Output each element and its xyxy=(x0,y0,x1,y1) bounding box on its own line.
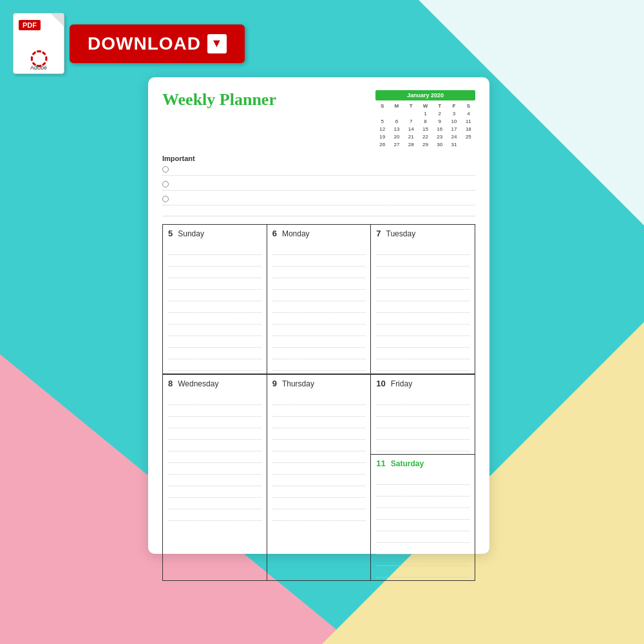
line xyxy=(376,325,469,336)
line xyxy=(272,290,366,301)
line xyxy=(272,393,366,405)
line xyxy=(168,486,261,498)
cal-day-27: 27 xyxy=(390,141,403,148)
sunday-header: 5 Sunday xyxy=(168,229,261,238)
line xyxy=(168,428,261,440)
planner-header: Weekly Planner January 2020 S M T W T F … xyxy=(162,90,475,148)
cal-day-empty3 xyxy=(404,110,418,117)
wednesday-num: 8 xyxy=(168,379,173,388)
line xyxy=(376,336,469,348)
cal-day-3: 3 xyxy=(447,110,460,117)
checkbox-2[interactable] xyxy=(162,181,169,187)
cal-day-6: 6 xyxy=(390,118,403,125)
friday-name: Friday xyxy=(391,379,412,388)
day-cell-saturday: 11 Saturday xyxy=(371,455,475,580)
line xyxy=(272,463,366,475)
days-grid-bottom: 8 Wednesday 9 Thursday xyxy=(162,374,475,581)
cal-header-s1: S xyxy=(375,102,389,109)
cal-header-w: W xyxy=(419,102,432,109)
friday-saturday-container: 10 Friday 11 Saturday xyxy=(371,375,475,581)
line xyxy=(168,417,261,428)
line xyxy=(376,417,469,428)
line xyxy=(168,393,261,405)
download-text: DOWNLOAD xyxy=(88,33,201,54)
friday-lines xyxy=(376,393,469,451)
line xyxy=(376,313,469,325)
line xyxy=(168,509,261,521)
cal-day-empty xyxy=(375,110,389,117)
saturday-lines xyxy=(376,473,469,578)
checkbox-3[interactable] xyxy=(162,196,169,202)
thursday-num: 9 xyxy=(272,379,277,388)
line xyxy=(272,313,366,325)
wednesday-lines xyxy=(168,393,261,521)
cal-day-15: 15 xyxy=(419,126,432,133)
day-cell-tuesday: 7 Tuesday xyxy=(371,225,475,374)
cal-header-t1: T xyxy=(404,102,418,109)
cal-day-16: 16 xyxy=(433,126,446,133)
line xyxy=(272,325,366,336)
line xyxy=(168,325,261,336)
sunday-lines xyxy=(168,243,261,371)
line xyxy=(376,359,469,371)
line xyxy=(376,405,469,417)
cal-day-24: 24 xyxy=(447,133,460,140)
tuesday-lines xyxy=(376,243,469,371)
line xyxy=(376,508,469,520)
checkbox-1[interactable] xyxy=(162,166,169,173)
thursday-lines xyxy=(272,393,366,521)
line xyxy=(272,428,366,440)
tuesday-name: Tuesday xyxy=(386,229,416,238)
cal-day-13: 13 xyxy=(390,126,403,133)
line xyxy=(272,278,366,290)
saturday-header: 11 Saturday xyxy=(376,459,469,468)
important-item-2 xyxy=(162,181,475,191)
line xyxy=(376,290,469,301)
line xyxy=(168,475,261,486)
planner-document: Weekly Planner January 2020 S M T W T F … xyxy=(148,77,489,554)
mini-calendar: January 2020 S M T W T F S 1 2 3 4 5 xyxy=(375,90,475,148)
line xyxy=(272,440,366,451)
cal-day-empty2 xyxy=(390,110,403,117)
line xyxy=(168,290,261,301)
cal-day-22: 22 xyxy=(419,133,432,140)
cal-day-11: 11 xyxy=(462,118,475,125)
friday-num: 10 xyxy=(376,379,385,388)
cal-day-7: 7 xyxy=(404,118,418,125)
cal-day-29: 29 xyxy=(419,141,432,148)
line xyxy=(376,267,469,278)
cal-day-10: 10 xyxy=(447,118,460,125)
line xyxy=(168,498,261,509)
cal-day-8: 8 xyxy=(419,118,432,125)
friday-header: 10 Friday xyxy=(376,379,469,388)
cal-header-s2: S xyxy=(462,102,475,109)
download-button[interactable]: DOWNLOAD xyxy=(70,24,245,63)
line xyxy=(376,497,469,508)
line xyxy=(376,243,469,255)
important-item-3 xyxy=(162,196,475,205)
line xyxy=(272,498,366,509)
line xyxy=(168,451,261,463)
line xyxy=(376,531,469,543)
download-arrow-icon xyxy=(207,34,227,53)
line xyxy=(168,267,261,278)
mini-cal-month: January 2020 xyxy=(375,90,475,100)
pdf-label: PDF xyxy=(19,20,41,30)
line xyxy=(168,336,261,348)
day-cell-sunday: 5 Sunday xyxy=(163,225,267,374)
line xyxy=(168,348,261,359)
day-cell-thursday: 9 Thursday xyxy=(267,375,372,581)
line xyxy=(272,243,366,255)
line xyxy=(168,243,261,255)
line xyxy=(272,348,366,359)
line xyxy=(272,451,366,463)
monday-lines xyxy=(272,243,366,371)
important-item-1 xyxy=(162,166,475,176)
line xyxy=(272,486,366,498)
line xyxy=(376,485,469,497)
cal-day-20: 20 xyxy=(390,133,403,140)
tuesday-header: 7 Tuesday xyxy=(376,229,469,238)
cal-day-9: 9 xyxy=(433,118,446,125)
cal-day-empty4 xyxy=(462,141,475,148)
cal-day-28: 28 xyxy=(404,141,418,148)
